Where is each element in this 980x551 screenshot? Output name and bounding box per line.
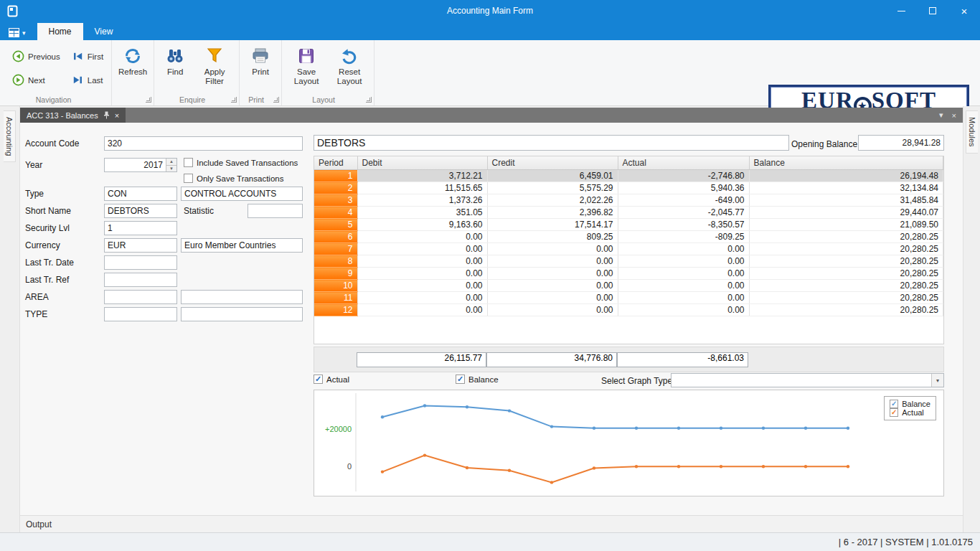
- value-cell[interactable]: 21,089.50: [749, 219, 943, 231]
- period-cell[interactable]: 3: [314, 194, 357, 207]
- value-cell[interactable]: 0.00: [618, 292, 749, 304]
- column-header-balance[interactable]: Balance: [749, 156, 943, 170]
- save-layout-button[interactable]: Save Layout: [285, 43, 328, 88]
- include-saved-checkbox[interactable]: [184, 158, 193, 167]
- period-cell[interactable]: 6: [314, 231, 357, 243]
- app-menu-button[interactable]: ▾: [9, 28, 26, 37]
- type2-input-2[interactable]: [181, 307, 303, 321]
- value-cell[interactable]: 20,280.25: [749, 280, 943, 292]
- value-cell[interactable]: 0.00: [357, 292, 487, 304]
- only-save-checkbox[interactable]: [184, 174, 193, 183]
- next-button[interactable]: Next: [7, 72, 65, 88]
- value-cell[interactable]: 351.05: [357, 207, 487, 219]
- last-tr-date-input[interactable]: [104, 255, 177, 270]
- period-cell[interactable]: 12: [314, 304, 357, 316]
- value-cell[interactable]: 0.00: [618, 243, 749, 255]
- value-cell[interactable]: 2,396.82: [487, 207, 618, 219]
- value-cell[interactable]: 0.00: [487, 304, 618, 316]
- column-header-period[interactable]: Period: [314, 156, 357, 170]
- value-cell[interactable]: 2,022.26: [487, 194, 618, 207]
- value-cell[interactable]: 0.00: [357, 255, 487, 268]
- value-cell[interactable]: 20,280.25: [749, 255, 943, 268]
- value-cell[interactable]: -809.25: [618, 231, 749, 243]
- dialog-launcher-icon[interactable]: [273, 97, 279, 103]
- last-button[interactable]: Last: [67, 72, 108, 88]
- value-cell[interactable]: 17,514.17: [487, 219, 618, 231]
- area-input-1[interactable]: [104, 290, 177, 304]
- value-cell[interactable]: 5,575.29: [487, 182, 618, 194]
- value-cell[interactable]: 9,163.60: [357, 219, 487, 231]
- security-lvl-input[interactable]: [104, 221, 177, 235]
- period-cell[interactable]: 10: [314, 280, 357, 292]
- chevron-down-icon[interactable]: ▾: [931, 374, 943, 387]
- find-button[interactable]: Find: [157, 43, 193, 78]
- value-cell[interactable]: 31,485.84: [749, 194, 943, 207]
- column-header-debit[interactable]: Debit: [357, 156, 487, 170]
- value-cell[interactable]: 0.00: [487, 280, 618, 292]
- apply-filter-button[interactable]: Apply Filter: [193, 43, 236, 88]
- value-cell[interactable]: 0.00: [487, 292, 618, 304]
- value-cell[interactable]: 0.00: [487, 268, 618, 280]
- value-cell[interactable]: -649.00: [618, 194, 749, 207]
- value-cell[interactable]: 0.00: [618, 268, 749, 280]
- value-cell[interactable]: 0.00: [618, 304, 749, 316]
- account-name-input[interactable]: [314, 135, 789, 151]
- value-cell[interactable]: 0.00: [357, 304, 487, 316]
- value-cell[interactable]: 32,134.84: [749, 182, 943, 194]
- print-button[interactable]: Print: [242, 43, 278, 78]
- value-cell[interactable]: 20,280.25: [749, 243, 943, 255]
- last-tr-ref-input[interactable]: [104, 273, 177, 287]
- value-cell[interactable]: 5,940.36: [618, 182, 749, 194]
- value-cell[interactable]: 0.00: [357, 280, 487, 292]
- column-header-actual[interactable]: Actual: [618, 156, 749, 170]
- value-cell[interactable]: 0.00: [618, 255, 749, 268]
- refresh-button[interactable]: Refresh: [115, 43, 151, 78]
- period-cell[interactable]: 1: [314, 170, 357, 182]
- spin-down-icon[interactable]: ▼: [166, 166, 176, 172]
- value-cell[interactable]: 0.00: [357, 243, 487, 255]
- pin-icon[interactable]: [103, 111, 110, 119]
- type2-input-1[interactable]: [104, 307, 177, 321]
- value-cell[interactable]: 0.00: [487, 243, 618, 255]
- balance-checkbox[interactable]: ✓: [456, 375, 465, 384]
- sidebar-tab-accounting[interactable]: Accounting: [4, 110, 16, 162]
- statistic-input[interactable]: [248, 204, 303, 218]
- close-button[interactable]: ×: [948, 0, 980, 22]
- value-cell[interactable]: 1,373.26: [357, 194, 487, 207]
- period-cell[interactable]: 11: [314, 292, 357, 304]
- value-cell[interactable]: 0.00: [357, 268, 487, 280]
- reset-layout-button[interactable]: Reset Layout: [328, 43, 371, 88]
- period-cell[interactable]: 7: [314, 243, 357, 255]
- close-document-icon[interactable]: ×: [952, 111, 956, 120]
- graph-type-combobox[interactable]: ▾: [671, 373, 944, 387]
- type-code-input[interactable]: [104, 187, 177, 201]
- short-name-input[interactable]: [104, 204, 177, 218]
- opening-balance-input[interactable]: [858, 135, 944, 151]
- value-cell[interactable]: 20,280.25: [749, 268, 943, 280]
- type-desc-input[interactable]: [181, 187, 303, 201]
- currency-code-input[interactable]: [104, 238, 177, 253]
- spin-up-icon[interactable]: ▲: [166, 159, 176, 166]
- tab-home[interactable]: Home: [37, 23, 83, 40]
- document-tab[interactable]: ACC 313 - Balances ×: [20, 108, 126, 123]
- dialog-launcher-icon[interactable]: [366, 97, 372, 103]
- period-cell[interactable]: 4: [314, 207, 357, 219]
- maximize-button[interactable]: [917, 0, 948, 22]
- tab-list-dropdown-icon[interactable]: ▾: [939, 110, 943, 120]
- area-input-2[interactable]: [181, 290, 303, 304]
- first-button[interactable]: First: [67, 49, 108, 64]
- period-cell[interactable]: 5: [314, 219, 357, 231]
- account-code-input[interactable]: [104, 136, 303, 151]
- value-cell[interactable]: 20,280.25: [749, 292, 943, 304]
- actual-checkbox[interactable]: ✓: [314, 375, 323, 384]
- currency-desc-input[interactable]: [181, 238, 303, 253]
- column-header-credit[interactable]: Credit: [487, 156, 618, 170]
- value-cell[interactable]: 20,280.25: [749, 231, 943, 243]
- value-cell[interactable]: 29,440.07: [749, 207, 943, 219]
- value-cell[interactable]: 809.25: [487, 231, 618, 243]
- dialog-launcher-icon[interactable]: [146, 97, 151, 103]
- output-panel-header[interactable]: Output: [20, 515, 963, 532]
- value-cell[interactable]: 3,712.21: [357, 170, 487, 182]
- period-cell[interactable]: 9: [314, 268, 357, 280]
- period-cell[interactable]: 8: [314, 255, 357, 268]
